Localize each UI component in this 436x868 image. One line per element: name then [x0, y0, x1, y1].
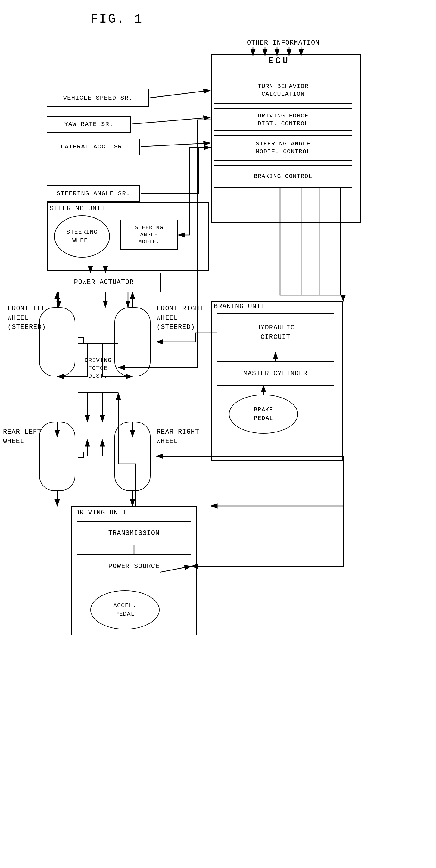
power-source: POWER SOURCE	[77, 554, 191, 578]
other-info-label: OTHER INFORMATION	[247, 39, 319, 47]
transmission: TRANSMISSION	[77, 521, 191, 545]
yaw-rate-sensor: YAW RATE SR.	[47, 116, 131, 132]
page: FIG. 1 OTHER INFORMATION ECU TURN BEHAVI…	[0, 0, 436, 868]
front-right-wheel-label: FRONT RIGHT WHEEL (STEERED)	[157, 304, 204, 332]
brake-pedal: BRAKE PEDAL	[229, 395, 298, 434]
accel-pedal: ACCEL. PEDAL	[90, 590, 160, 629]
power-actuator: POWER ACTUATOR	[47, 273, 161, 292]
rear-right-wheel-label: REAR RIGHT WHEEL	[157, 428, 199, 446]
steering-angle-sensor: STEERING ANGLE SR.	[47, 185, 140, 202]
vehicle-speed-sensor: VEHICLE SPEED SR.	[47, 89, 149, 107]
ecu-driving-force: DRIVING FORCE DIST. CONTROL	[214, 108, 352, 131]
ecu-braking-control: BRAKING CONTROL	[214, 165, 352, 188]
rear-left-wheel-pill	[39, 422, 75, 491]
connector-sq-front	[78, 337, 84, 343]
master-cylinder: MASTER CYLINDER	[217, 362, 334, 385]
connector-sq-rear	[78, 452, 84, 458]
steering-unit-label: STEERING UNIT	[50, 205, 105, 212]
rear-left-wheel-label: REAR LEFT WHEEL	[3, 428, 41, 446]
driving-unit-label: DRIVING UNIT	[75, 509, 126, 517]
rear-right-wheel-pill	[115, 422, 151, 491]
figure-title: FIG. 1	[90, 12, 143, 27]
steering-wheel: STEERING WHEEL	[54, 215, 110, 257]
lateral-acc-sensor: LATERAL ACC. SR.	[47, 138, 140, 155]
front-left-wheel-label: FRONT LEFT WHEEL (STEERED)	[7, 304, 50, 332]
ecu-steering-angle-modif-control: STEERING ANGLE MODIF. CONTROL	[214, 135, 352, 160]
svg-line-10	[132, 118, 210, 124]
front-right-wheel-pill	[115, 307, 151, 376]
driving-force-dist: DRIVING FOTCE DIST.	[78, 343, 118, 393]
svg-line-11	[141, 143, 210, 147]
ecu-turn-behavior: TURN BEHAVIOR CALCULATION	[214, 77, 352, 104]
braking-unit-label: BRAKING UNIT	[214, 303, 265, 310]
hydraulic-circuit: HYDRAULIC CIRCUIT	[217, 313, 334, 352]
steering-angle-modif-box: STEERING ANGLE MODIF.	[120, 220, 178, 250]
ecu-label: ECU	[268, 56, 290, 66]
diagram: FIG. 1 OTHER INFORMATION ECU TURN BEHAVI…	[0, 0, 436, 868]
svg-line-9	[150, 90, 210, 98]
